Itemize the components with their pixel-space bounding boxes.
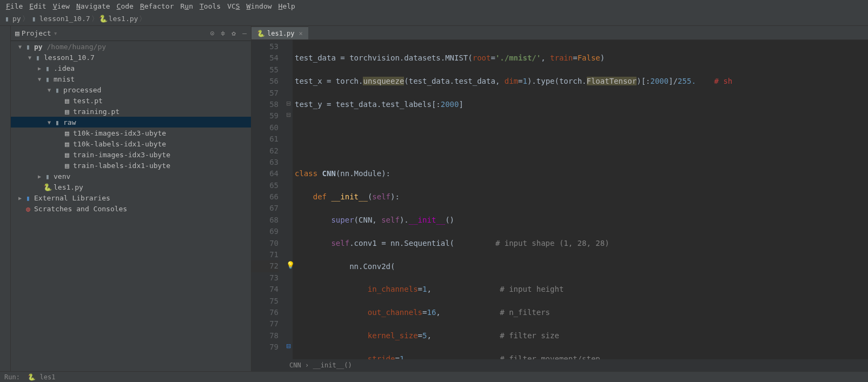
- crumb-file[interactable]: les1.py: [109, 15, 138, 23]
- tree-raw[interactable]: ▼▮raw: [11, 117, 251, 128]
- gear-icon[interactable]: ✿: [231, 29, 236, 37]
- fold-gutter[interactable]: ⊟⊟ ⊟: [284, 40, 293, 359]
- crumb-project[interactable]: lesson1_10.7: [39, 15, 90, 23]
- tree-les1[interactable]: 🐍les1.py: [11, 182, 251, 192]
- tree-scratch[interactable]: ◍Scratches and Consoles: [11, 203, 251, 214]
- tree-project[interactable]: ▼▮lesson1_10.7: [11, 52, 251, 63]
- menu-file[interactable]: File: [3, 2, 25, 10]
- project-icon: ▤: [15, 29, 19, 37]
- tree-file[interactable]: ▤train-images-idx3-ubyte: [11, 149, 251, 160]
- tree-file[interactable]: ▤t10k-images-idx3-ubyte: [11, 128, 251, 138]
- project-sidebar: ▤ Project ▾ ⊙ ≑ ✿ — ▼▮py /home/huang/py …: [11, 26, 251, 371]
- menu-edit[interactable]: Edit: [26, 2, 49, 10]
- menu-view[interactable]: View: [50, 2, 72, 10]
- menu-vcs[interactable]: VCS: [224, 2, 242, 10]
- tab-les1[interactable]: 🐍 les1.py ×: [251, 26, 308, 39]
- chevron-down-icon[interactable]: ▾: [54, 29, 58, 37]
- intention-bulb-icon[interactable]: 💡: [286, 261, 295, 269]
- tree-testpt[interactable]: ▤test.pt: [11, 95, 251, 106]
- menu-tools[interactable]: Tools: [197, 2, 223, 10]
- code-editor[interactable]: test_data = torchvision.datasets.MNIST(r…: [293, 40, 868, 359]
- close-icon[interactable]: ×: [299, 30, 303, 37]
- left-tool-strip[interactable]: [0, 26, 11, 371]
- project-tree: ▼▮py /home/huang/py ▼▮lesson1_10.7 ▶▮.id…: [11, 41, 251, 371]
- tree-file[interactable]: ▤t10k-labels-idx1-ubyte: [11, 138, 251, 149]
- target-icon[interactable]: ⊙: [210, 29, 215, 37]
- nav-breadcrumb: ▮ py 〉 ▮ lesson1_10.7 〉 🐍 les1.py 〉: [0, 12, 868, 26]
- tree-file[interactable]: ▤train-labels-idx1-ubyte: [11, 160, 251, 171]
- chevron-right-icon: 〉: [139, 14, 146, 24]
- line-gutter[interactable]: 5354555657 5859606162 6364656667 6869707…: [251, 40, 284, 359]
- menu-run[interactable]: Run: [178, 2, 196, 10]
- tree-mnist[interactable]: ▼▮mnist: [11, 73, 251, 84]
- menu-navigate[interactable]: Navigate: [74, 2, 113, 10]
- python-file-icon: 🐍: [100, 15, 107, 23]
- tree-idea[interactable]: ▶▮.idea: [11, 63, 251, 73]
- menu-code[interactable]: Code: [114, 2, 136, 10]
- sidebar-title[interactable]: Project: [22, 29, 51, 37]
- sidebar-header: ▤ Project ▾ ⊙ ≑ ✿ —: [11, 26, 251, 41]
- collapse-icon[interactable]: ≑: [221, 29, 226, 37]
- tree-processed[interactable]: ▼▮processed: [11, 84, 251, 95]
- chevron-right-icon: 〉: [91, 14, 98, 24]
- editor-tabbar: 🐍 les1.py ×: [251, 26, 868, 40]
- tab-label: les1.py: [267, 30, 295, 37]
- crumb-method[interactable]: __init__(): [313, 361, 352, 369]
- crumb-class[interactable]: CNN: [289, 361, 301, 369]
- tree-venv[interactable]: ▶▮venv: [11, 171, 251, 182]
- menu-bar: File Edit View Navigate Code Refactor Ru…: [0, 0, 868, 12]
- run-toolwindow[interactable]: Run: 🐍 les1: [4, 373, 56, 381]
- folder-icon: ▮: [3, 15, 11, 23]
- hide-icon[interactable]: —: [242, 29, 247, 37]
- editor-breadcrumb[interactable]: CNN › __init__(): [251, 359, 868, 371]
- python-file-icon: 🐍: [257, 30, 265, 37]
- menu-window[interactable]: Window: [244, 2, 275, 10]
- tree-root[interactable]: ▼▮py /home/huang/py: [11, 41, 251, 52]
- tree-extlib[interactable]: ▶▮External Libraries: [11, 192, 251, 203]
- chevron-right-icon: 〉: [22, 14, 29, 24]
- menu-refactor[interactable]: Refactor: [137, 2, 177, 10]
- menu-help[interactable]: Help: [276, 2, 298, 10]
- crumb-root[interactable]: py: [12, 15, 21, 23]
- tree-trainingpt[interactable]: ▤training.pt: [11, 106, 251, 117]
- editor-area: 🐍 les1.py × 5354555657 5859606162 636465…: [251, 26, 868, 371]
- folder-icon: ▮: [30, 15, 38, 23]
- status-bar: Run: 🐍 les1: [0, 371, 868, 382]
